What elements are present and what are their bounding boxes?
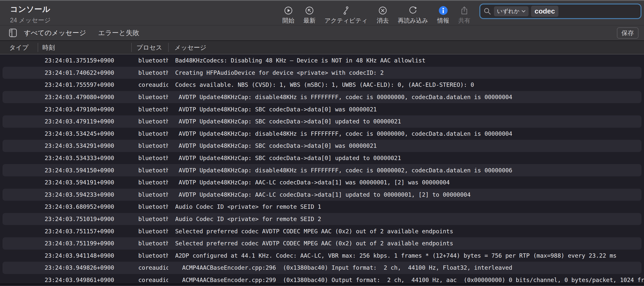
- clear-button[interactable]: 消去: [377, 1, 389, 25]
- cell-process: bluetoothd: [131, 191, 168, 198]
- toggle-sidebar-button[interactable]: [9, 29, 17, 37]
- log-row[interactable]: 23:24:03.680952+0900bluetoothdAudio Code…: [0, 201, 644, 213]
- start-button[interactable]: 開始: [282, 1, 294, 25]
- cell-message: AVDTP_Update48KHzCap: disable48KHz is FF…: [168, 130, 644, 137]
- console-window: コンソール 24 メッセージ 開始: [0, 0, 644, 286]
- cell-time: 23:24:03.534333+0900: [38, 155, 131, 161]
- log-row[interactable]: 23:24:01.375159+0900bluetoothdBad48KHzCo…: [0, 54, 644, 67]
- cell-time: 23:24:03.949826+0900: [38, 264, 131, 271]
- log-row[interactable]: 23:24:03.534291+0900bluetoothd AVDTP_Upd…: [0, 140, 644, 152]
- cell-process: bluetoothd: [131, 94, 168, 100]
- log-row[interactable]: 23:24:03.949826+0900coreaudiod ACMP4AACB…: [0, 262, 644, 274]
- save-button[interactable]: 保存: [617, 27, 638, 39]
- log-table-header: タイプ 時刻 プロセス メッセージ: [0, 41, 644, 54]
- search-term-label: codec: [535, 7, 555, 15]
- log-row[interactable]: 23:24:03.594233+0900bluetoothd AVDTP_Upd…: [0, 189, 644, 201]
- log-row[interactable]: 23:24:03.534333+0900bluetoothd AVDTP_Upd…: [0, 152, 644, 164]
- cell-process: bluetoothd: [131, 106, 168, 113]
- activity-path-icon: [341, 6, 351, 15]
- column-header-message[interactable]: メッセージ: [168, 41, 644, 54]
- cell-process: bluetoothd: [131, 179, 168, 186]
- share-button[interactable]: 共有: [458, 1, 470, 25]
- log-row[interactable]: 23:24:03.751157+0900bluetoothdSelected p…: [0, 225, 644, 237]
- column-header-time[interactable]: 時刻: [38, 41, 131, 54]
- log-row[interactable]: 23:24:03.594191+0900bluetoothd AVDTP_Upd…: [0, 176, 644, 189]
- cell-message: Selected preferred codec AVDTP_CODEC_MPE…: [168, 240, 644, 247]
- reload-icon: [408, 6, 418, 15]
- tab-errors-and-faults[interactable]: エラーと失敗: [98, 28, 139, 37]
- play-circle-icon: [284, 6, 293, 15]
- column-header-process[interactable]: プロセス: [131, 41, 168, 54]
- log-row[interactable]: 23:24:03.941148+0900bluetoothdA2DP confi…: [0, 250, 644, 262]
- cell-time: 23:24:03.479100+0900: [38, 106, 131, 113]
- log-row[interactable]: 23:24:03.479119+0900bluetoothd AVDTP_Upd…: [0, 115, 644, 128]
- cell-time: 23:24:01.740622+0900: [38, 69, 131, 76]
- log-rows: 23:24:01.375159+0900bluetoothdBad48KHzCo…: [0, 54, 644, 286]
- search-term-token[interactable]: codec: [531, 6, 558, 17]
- activity-button[interactable]: アクティビティ: [325, 1, 368, 25]
- search-scope-label: いずれか: [497, 8, 520, 15]
- cell-time: 23:24:03.941148+0900: [38, 252, 131, 259]
- cell-message: AVDTP_Update48KHzCap: SBC codecData->dat…: [168, 118, 644, 125]
- cell-process: bluetoothd: [131, 69, 168, 76]
- title-block: コンソール 24 メッセージ: [10, 4, 51, 24]
- share-icon: [460, 6, 469, 15]
- clear-x-circle-icon: [378, 6, 388, 15]
- main-toolbar: コンソール 24 メッセージ 開始: [0, 0, 644, 25]
- cell-message: Audio Codec ID <private> for remote SEID…: [168, 216, 644, 222]
- log-row[interactable]: 23:24:03.479080+0900bluetoothd AVDTP_Upd…: [0, 91, 644, 103]
- cell-time: 23:24:01.755597+0900: [38, 82, 131, 88]
- cell-time: 23:24:03.949861+0900: [38, 277, 131, 283]
- cell-time: 23:24:01.375159+0900: [38, 57, 131, 64]
- reload-button[interactable]: 再読み込み: [398, 1, 428, 25]
- cell-process: bluetoothd: [131, 118, 168, 125]
- log-row[interactable]: 23:24:03.751019+0900bluetoothdAudio Code…: [0, 213, 644, 225]
- cell-message: Audio Codec ID <private> for remote SEID…: [168, 203, 644, 210]
- cell-time: 23:24:03.751157+0900: [38, 228, 131, 235]
- tab-all-messages[interactable]: すべてのメッセージ: [24, 28, 86, 37]
- cell-process: bluetoothd: [131, 167, 168, 174]
- cell-process: bluetoothd: [131, 130, 168, 137]
- log-row[interactable]: 23:24:03.594150+0900bluetoothd AVDTP_Upd…: [0, 164, 644, 176]
- cell-time: 23:24:03.479119+0900: [38, 118, 131, 125]
- cell-process: bluetoothd: [131, 57, 168, 64]
- cell-process: bluetoothd: [131, 142, 168, 149]
- latest-button[interactable]: 最新: [303, 1, 315, 25]
- cell-time: 23:24:03.680952+0900: [38, 203, 131, 210]
- message-tabs: すべてのメッセージ エラーと失敗: [24, 28, 139, 37]
- info-button[interactable]: 情報: [437, 1, 449, 25]
- cell-time: 23:24:03.594233+0900: [38, 191, 131, 198]
- cell-message: ACMP4AACBaseEncoder.cpp:299 (0x1380bac40…: [168, 277, 644, 283]
- cell-process: bluetoothd: [131, 203, 168, 210]
- column-header-type[interactable]: タイプ: [0, 41, 38, 54]
- cell-process: coreaudiod: [131, 82, 168, 88]
- filter-bar: すべてのメッセージ エラーと失敗 保存: [0, 25, 644, 41]
- cell-message: AVDTP_Update48KHzCap: AAC-LC codecData->…: [168, 179, 644, 186]
- cell-process: coreaudiod: [131, 264, 168, 271]
- cell-time: 23:24:03.751199+0900: [38, 240, 131, 247]
- cell-message: Creating HFPAudioDevice for device <priv…: [168, 69, 644, 76]
- cell-process: bluetoothd: [131, 240, 168, 247]
- cell-process: bluetoothd: [131, 252, 168, 259]
- cell-process: bluetoothd: [131, 228, 168, 235]
- log-row[interactable]: 23:24:01.740622+0900bluetoothdCreating H…: [0, 67, 644, 79]
- log-row[interactable]: 23:24:03.534245+0900bluetoothd AVDTP_Upd…: [0, 128, 644, 140]
- cell-message: A2DP configured at 44.1 KHz. Codec: AAC-…: [168, 252, 644, 259]
- message-count: 24 メッセージ: [10, 16, 51, 24]
- cell-time: 23:24:03.594150+0900: [38, 167, 131, 174]
- cell-message: Bad48KHzCodecs: Disabling 48 KHz – Devic…: [168, 57, 644, 64]
- cell-time: 23:24:03.534245+0900: [38, 130, 131, 137]
- cell-message: Codecs available. NBS (CVSD): 1, WBS (mS…: [168, 82, 644, 88]
- arrow-up-left-circle-icon: [305, 6, 314, 15]
- log-row[interactable]: 23:24:01.755597+0900coreaudiodCodecs ava…: [0, 79, 644, 91]
- search-scope-token[interactable]: いずれか: [494, 6, 529, 16]
- cell-message: AVDTP_Update48KHzCap: SBC codecData->dat…: [168, 155, 644, 161]
- window-title: コンソール: [10, 4, 51, 15]
- log-row[interactable]: 23:24:03.751199+0900bluetoothdSelected p…: [0, 237, 644, 250]
- search-field[interactable]: いずれか codec: [479, 4, 641, 19]
- info-filled-icon: [438, 6, 448, 15]
- bottom-edge-strip: [0, 284, 644, 286]
- log-row[interactable]: 23:24:03.479100+0900bluetoothd AVDTP_Upd…: [0, 103, 644, 115]
- cell-message: AVDTP_Update48KHzCap: disable48KHz is FF…: [168, 94, 644, 100]
- cell-time: 23:24:03.479080+0900: [38, 94, 131, 100]
